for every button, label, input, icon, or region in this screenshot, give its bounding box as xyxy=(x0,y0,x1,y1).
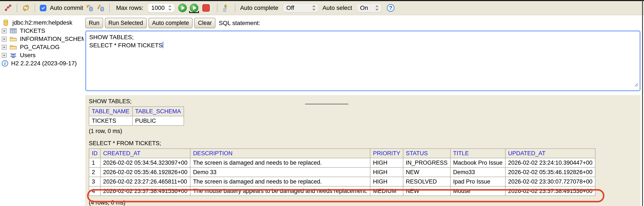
query-panel: Run Run Selected Auto complete Clear SQL… xyxy=(84,16,641,206)
stop-icon[interactable] xyxy=(202,4,210,12)
row-count: (1 row, 0 ms) xyxy=(89,128,640,134)
results-divider xyxy=(305,104,348,104)
schema-tree: jdbc:h2:mem:helpdesk + TICKETS + INFORMA… xyxy=(0,16,84,206)
max-rows-value: 1000 xyxy=(151,5,164,11)
statement-echo: SHOW TABLES; xyxy=(89,98,640,105)
table-header-row: ID CREATED_AT DESCRIPTION PRIORITY STATU… xyxy=(89,149,595,158)
cell: NEW xyxy=(403,186,450,196)
run-button[interactable]: Run xyxy=(85,18,103,28)
cell: 4 xyxy=(89,186,100,196)
table-row[interactable]: 1 2026-02-02 05:34:54.323097+00 The scre… xyxy=(89,158,595,167)
disconnect-icon[interactable] xyxy=(4,4,12,12)
toolbar: Auto commit Max rows: 1000 xyxy=(0,1,644,15)
cell: 2026-02-02 23:24:10.390447+00 xyxy=(505,158,595,167)
column-header[interactable]: TABLE_NAME xyxy=(89,107,132,116)
auto-select-value: On xyxy=(360,5,368,11)
expand-plus-icon[interactable]: + xyxy=(2,45,7,50)
table-row-highlighted[interactable]: 4 2026-02-02 23:37:38.491536+00 The mous… xyxy=(89,186,595,196)
tickets-table-wrap: ID CREATED_AT DESCRIPTION PRIORITY STATU… xyxy=(89,148,596,197)
run-selected-button[interactable]: Run Selected xyxy=(105,18,147,28)
cell: Mouse xyxy=(450,186,505,196)
sql-editor[interactable]: SHOW TABLES; SELECT * FROM TICKETS xyxy=(85,30,640,91)
editor-toolbar: Run Run Selected Auto complete Clear SQL… xyxy=(84,16,641,30)
expand-plus-icon[interactable]: + xyxy=(2,53,7,58)
cell: 1 xyxy=(89,158,100,167)
table-row[interactable]: TICKETS PUBLIC xyxy=(89,116,184,125)
toolbar-separator xyxy=(17,4,17,12)
autocomplete-icon[interactable] xyxy=(222,4,230,12)
tree-item-users[interactable]: + Users xyxy=(2,51,84,59)
statement-echo: SELECT * FROM TICKETS; xyxy=(89,140,640,147)
refresh-icon[interactable] xyxy=(22,4,30,12)
help-icon[interactable]: ? xyxy=(387,4,394,12)
column-header[interactable]: PRIORITY xyxy=(370,149,403,158)
tree-item-version: i H2 2.2.224 (2023-09-17) xyxy=(2,59,84,67)
table-icon xyxy=(10,28,17,34)
tree-item-label: TICKETS xyxy=(20,28,45,34)
resize-handle-icon[interactable] xyxy=(633,81,638,89)
cell: 2026-02-02 05:34:54.323097+00 xyxy=(100,158,190,167)
column-header[interactable]: TITLE xyxy=(450,149,505,158)
cell: MEDIUM xyxy=(370,186,403,196)
cell: 2026-02-02 05:35:46.192826+00 xyxy=(100,167,190,177)
results-panel: SHOW TABLES; TABLE_NAME TABLE_SCHEMA TIC… xyxy=(85,95,640,206)
expand-plus-icon[interactable]: + xyxy=(2,29,7,33)
tree-item-pg-catalog[interactable]: + PG_CATALOG xyxy=(2,43,84,51)
run-selected-icon[interactable] xyxy=(190,4,198,12)
cell: Demo33 xyxy=(450,167,505,177)
column-header[interactable]: CREATED_AT xyxy=(100,149,190,158)
run-icon[interactable] xyxy=(178,4,187,12)
commit-icon[interactable] xyxy=(85,4,94,12)
cell: The screen is damaged and needs to be re… xyxy=(190,158,370,167)
table-header-row: TABLE_NAME TABLE_SCHEMA xyxy=(89,107,184,116)
table-row[interactable]: 3 2026-02-02 23:27:26.465811+00 The scre… xyxy=(89,177,595,186)
column-header[interactable]: DESCRIPTION xyxy=(190,149,370,158)
tree-item-label: PG_CATALOG xyxy=(20,44,60,51)
cell: 2026-02-02 23:30:07.727078+00 xyxy=(505,177,595,186)
cell: PUBLIC xyxy=(132,116,184,125)
cell: The screen is damaged and needs to be re… xyxy=(190,177,370,186)
checkmark-icon xyxy=(41,6,45,10)
sql-line-wrap: SELECT * FROM TICKETS xyxy=(89,41,636,50)
version-label: H2 2.2.224 (2023-09-17) xyxy=(11,60,77,67)
auto-complete-value: Off xyxy=(286,5,294,11)
column-header[interactable]: TABLE_SCHEMA xyxy=(132,107,184,116)
expand-plus-icon[interactable]: + xyxy=(2,37,7,42)
text-cursor xyxy=(162,42,163,48)
clear-button[interactable]: Clear xyxy=(194,18,216,28)
cell: Ipad Pro Issue xyxy=(450,177,505,186)
chevron-up-down-icon xyxy=(312,5,316,11)
cell: HIGH xyxy=(370,177,403,186)
auto-complete-button[interactable]: Auto complete xyxy=(148,18,193,28)
folder-icon xyxy=(10,44,17,51)
cell: The mouse battery appears to be damaged … xyxy=(190,186,370,196)
info-icon: i xyxy=(2,60,8,67)
max-rows-select[interactable]: 1000 xyxy=(148,4,174,13)
folder-icon xyxy=(10,36,17,42)
tree-item-label: INFORMATION_SCHEMA xyxy=(20,36,90,42)
tree-item-connection[interactable]: jdbc:h2:mem:helpdesk xyxy=(2,19,84,27)
column-header[interactable]: UPDATED_AT xyxy=(505,149,595,158)
tree-item-information-schema[interactable]: + INFORMATION_SCHEMA xyxy=(2,35,84,43)
table-row[interactable]: 2 2026-02-02 05:35:46.192826+00 Demo 33 … xyxy=(89,167,595,177)
play-triangle xyxy=(193,6,196,10)
cell: NEW xyxy=(403,167,450,177)
window-right-border xyxy=(642,0,643,206)
cell: IN_PROGRESS xyxy=(403,158,450,167)
auto-select-select[interactable]: On xyxy=(356,4,382,13)
auto-commit-checkbox[interactable] xyxy=(40,5,46,11)
column-header[interactable]: STATUS xyxy=(403,149,450,158)
chevron-up-down-icon xyxy=(168,5,172,11)
cell: 2026-02-02 05:35:46.192826+00 xyxy=(505,167,595,177)
cell: 3 xyxy=(89,177,100,186)
cell: HIGH xyxy=(370,167,403,177)
sql-line: SHOW TABLES; xyxy=(89,33,636,41)
tickets-result-table: ID CREATED_AT DESCRIPTION PRIORITY STATU… xyxy=(89,148,596,196)
tree-item-tickets[interactable]: + TICKETS xyxy=(2,27,84,35)
auto-complete-select[interactable]: Off xyxy=(283,4,318,13)
tree-item-label: jdbc:h2:mem:helpdesk xyxy=(12,19,72,26)
column-header[interactable]: ID xyxy=(89,149,100,158)
run-selected-underline xyxy=(189,11,199,13)
cell: 2026-02-02 23:37:38.491536+00 xyxy=(100,186,190,196)
edit-icon[interactable] xyxy=(96,4,104,12)
